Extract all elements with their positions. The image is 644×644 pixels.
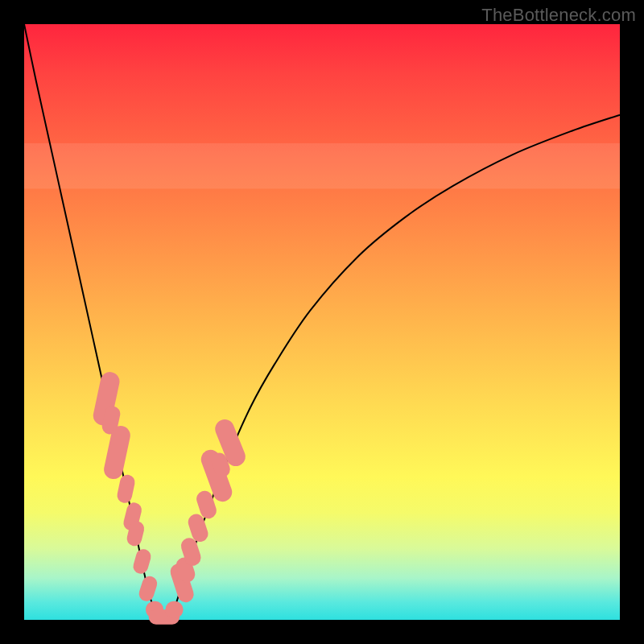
attribution-watermark: TheBottleneck.com [481,5,636,26]
data-marker [131,547,152,576]
data-marker [116,473,136,504]
data-marker [165,601,183,618]
data-marker [137,574,159,603]
bottleneck-curve [24,24,620,619]
chart-frame: TheBottleneck.com [0,0,644,644]
pale-highlight-band [24,143,620,188]
chart-overlay-svg [24,24,620,620]
data-marker-group [92,370,249,625]
